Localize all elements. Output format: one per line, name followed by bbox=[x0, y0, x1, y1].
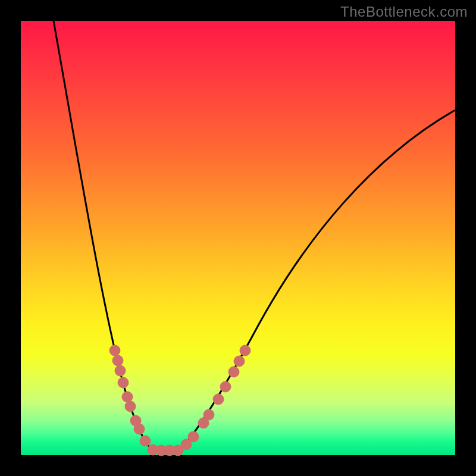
plot-area bbox=[21, 21, 455, 455]
bead-point bbox=[234, 356, 245, 367]
bead-point bbox=[188, 431, 199, 442]
curve-svg bbox=[21, 21, 455, 455]
bead-point bbox=[112, 355, 123, 366]
bead-point bbox=[122, 392, 133, 402]
bead-point bbox=[125, 401, 136, 412]
bead-point bbox=[140, 436, 151, 446]
beads-group bbox=[109, 345, 250, 456]
bead-point bbox=[203, 409, 214, 420]
bead-point bbox=[228, 367, 239, 377]
bead-point bbox=[213, 394, 224, 405]
chart-frame: TheBottleneck.com bbox=[0, 0, 476, 476]
curve-left bbox=[54, 21, 153, 450]
bead-point bbox=[220, 381, 231, 392]
bead-point bbox=[240, 345, 250, 356]
bead-point bbox=[115, 365, 126, 376]
watermark-text: TheBottleneck.com bbox=[340, 4, 468, 20]
bead-point bbox=[118, 377, 129, 388]
bead-point bbox=[134, 424, 145, 434]
bead-point bbox=[109, 345, 120, 356]
